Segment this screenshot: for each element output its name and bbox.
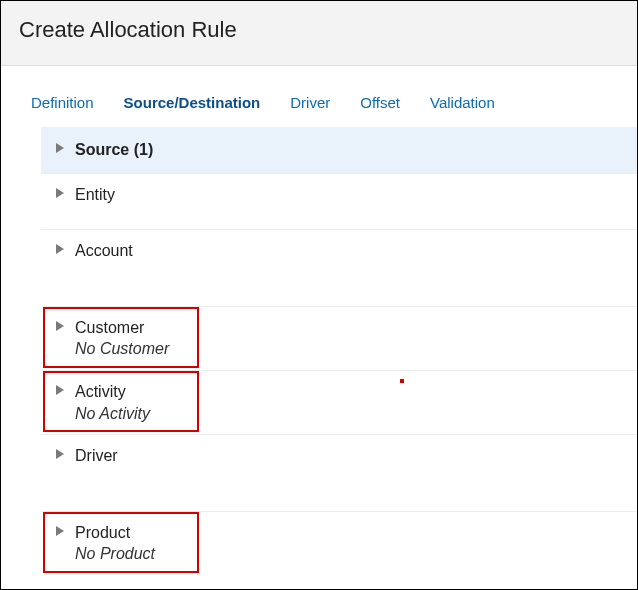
row-activity-sub: No Activity [75,403,150,425]
chevron-right-icon [55,385,65,395]
tab-offset[interactable]: Offset [360,94,400,111]
chevron-right-icon [55,449,65,459]
content-panel: Source (1) Entity Account Customer No Cu… [1,127,637,575]
row-entity[interactable]: Entity [41,173,637,216]
chevron-right-icon [55,321,65,331]
chevron-right-icon [55,526,65,536]
row-source-label: Source (1) [75,139,153,161]
row-product-sub: No Product [75,543,155,565]
svg-marker-0 [56,143,64,153]
svg-marker-2 [56,244,64,254]
red-dot [400,379,404,383]
tab-definition[interactable]: Definition [31,94,94,111]
row-entity-label: Entity [75,184,115,206]
row-driver[interactable]: Driver [41,434,637,477]
window-header: Create Allocation Rule [1,1,637,66]
svg-marker-5 [56,449,64,459]
chevron-right-icon [55,244,65,254]
row-activity[interactable]: Activity No Activity [41,370,637,434]
row-activity-label: Activity [75,381,150,403]
row-source[interactable]: Source (1) [41,127,637,173]
tab-validation[interactable]: Validation [430,94,495,111]
svg-marker-3 [56,321,64,331]
row-driver-label: Driver [75,445,118,467]
row-product[interactable]: Product No Product [41,511,637,575]
row-account[interactable]: Account [41,229,637,272]
row-account-label: Account [75,240,133,262]
tab-driver[interactable]: Driver [290,94,330,111]
tab-bar: Definition Source/Destination Driver Off… [1,66,637,127]
page-title: Create Allocation Rule [19,17,619,43]
svg-marker-4 [56,385,64,395]
row-customer[interactable]: Customer No Customer [41,306,637,370]
row-product-label: Product [75,522,155,544]
tab-source-destination[interactable]: Source/Destination [124,94,261,111]
row-customer-label: Customer [75,317,169,339]
svg-marker-6 [56,526,64,536]
svg-marker-1 [56,188,64,198]
row-customer-sub: No Customer [75,338,169,360]
chevron-right-icon [55,188,65,198]
chevron-right-icon [55,143,65,153]
